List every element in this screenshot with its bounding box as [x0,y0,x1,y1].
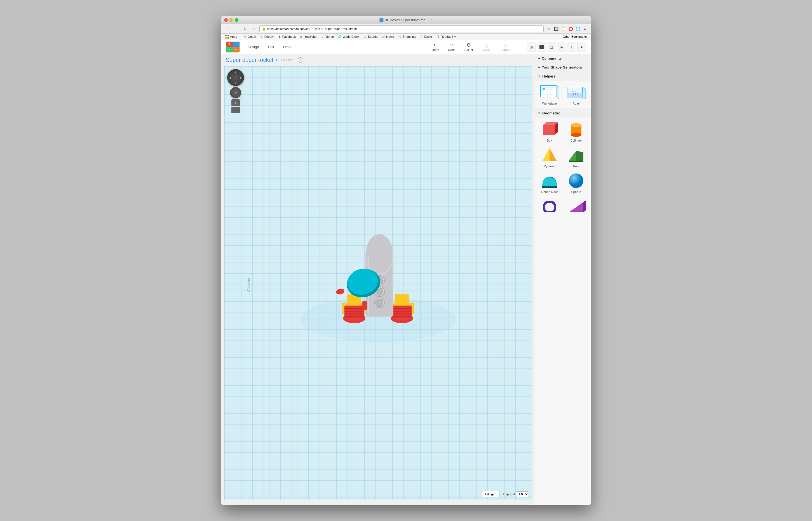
reload-button[interactable]: ↻ [242,26,249,32]
logo-t: T [226,42,233,47]
geometric-section-header[interactable]: ▼ Geometric [535,109,591,117]
geometric-content: Box [535,117,591,197]
sphere-item[interactable]: Sphere [564,171,589,195]
adjust-icon: ⚙ [467,43,471,48]
box-item[interactable]: Box [537,120,562,143]
shape-generators-header[interactable]: ▶ Your Shape Generators [535,63,591,72]
tab-close-button[interactable]: × [431,19,433,22]
round-roof-item[interactable]: Round Roof [537,171,562,195]
ruler-item[interactable]: mm [564,83,589,106]
news-label: News [386,35,394,38]
svg-marker-22 [543,125,555,135]
address-bar[interactable]: 🔒 https://tinkercad.com/things/cptPUuy9Y… [260,25,544,32]
bookmark-apps[interactable]: Apps [224,34,239,39]
svg-rect-34 [542,186,557,188]
workplane-item[interactable]: W [537,83,562,106]
pyramid-item[interactable]: Pyramid [537,145,562,169]
bookmark-vimeo[interactable]: V Vimeo [319,34,336,39]
bookmark-gmail[interactable]: M Gmail [241,34,257,39]
maximize-button[interactable] [235,18,239,22]
helpers-arrow-icon: ▼ [538,75,541,78]
group-label: Group [482,48,491,51]
extension-button-2[interactable]: 📋 [560,26,567,32]
vimeo-icon: V [320,35,324,39]
community-section-header[interactable]: ▶ Community [535,54,591,63]
right-panel: ▶ Community ▶ Your Shape Generators ▼ He [535,54,591,505]
bookmark-separator-1 [240,35,240,39]
edit-grid-button[interactable]: Edit grid [482,491,499,497]
back-button[interactable]: ‹ [224,26,231,32]
workplane-label: Workplane [542,102,557,105]
bookmark-facebook[interactable]: f Facebook [276,34,297,39]
svg-marker-37 [583,201,586,212]
snap-grid-label: Snap grid [502,493,515,496]
undo-label: Undo [432,48,439,51]
explo-label: Explo [424,35,432,38]
redo-icon: ↪ [450,43,454,48]
redo-button[interactable]: ↪ Redo [446,41,457,52]
edit-menu[interactable]: Edit [265,44,277,50]
group-button[interactable]: △ Group [480,41,493,52]
svg-point-26 [571,133,582,137]
rocket-scene [224,66,532,500]
menu-button[interactable]: ≡ [582,26,588,32]
helpers-section-header[interactable]: ▼ Helpers [535,72,591,81]
bookmark-youtube[interactable]: ▶ YouTube [298,34,318,39]
bookmark-news[interactable]: 📰 News [380,34,396,39]
fin-tip [336,288,345,295]
grid-view-button[interactable]: ⊞ [527,43,536,51]
svg-marker-36 [569,202,583,212]
boards-icon: ⊞ [363,35,367,39]
close-button[interactable] [224,18,228,22]
minimize-button[interactable] [229,18,233,22]
design-menu[interactable]: Design [244,44,262,50]
partial-shape-1[interactable] [537,200,562,213]
help-button[interactable]: ? [298,58,303,63]
pyramid-label: Pyramid [544,164,555,168]
help-menu[interactable]: Help [280,44,294,50]
number-view-button[interactable]: 1 [567,43,576,51]
cylinder-svg [567,121,586,138]
canvas-3d[interactable]: Workplane ▲ ◀ ⌂ ▶ ▼ [224,66,532,500]
forward-button[interactable]: › [232,26,240,32]
roof-item[interactable]: Roof [564,145,589,169]
extension-button-1[interactable]: 🔲 [552,26,559,32]
cylinder-item[interactable]: Cylinder [564,120,589,143]
snap-grid-select[interactable]: 1.0 [516,491,529,497]
bookmark-feedly[interactable]: f Feedly [258,34,275,39]
text-view-button[interactable]: A [557,43,566,51]
star-button[interactable]: ☆ [545,26,552,32]
other-bookmarks[interactable]: Other Bookmarks [561,35,588,39]
more-shapes-hint [535,197,591,215]
undo-button[interactable]: ↩ Undo [429,41,441,52]
community-section-label: Community [542,56,562,61]
cube-view-button[interactable]: ⬛ [537,43,546,51]
wedge-svg [567,201,586,212]
partial-preview-2 [566,201,586,212]
bookmark-readability[interactable]: R Readability [434,34,457,39]
bookmark-boards[interactable]: ⊞ Boards [361,34,379,39]
bookmark-worldclock[interactable]: 🌐 World Clock [336,34,361,39]
extension-button-3[interactable]: ⭕ [567,26,574,32]
home-button[interactable]: ⌂ [250,26,258,32]
canvas-bottom: Edit grid Snap grid 1.0 [482,491,529,497]
canvas-header: Super duper rocket ↻ Saving... ? [221,54,535,66]
refresh-icon[interactable]: ↻ [276,58,279,62]
bookmarks-bar: Apps M Gmail f Feedly f Facebook ▶ YouTu… [221,33,591,40]
adjust-button[interactable]: ⚙ Adjust [462,41,475,52]
gmail-label: Gmail [248,35,256,38]
explo-icon: E [420,35,423,39]
partial-shape-2[interactable] [564,200,589,213]
sphere-preview [566,172,586,189]
tab-title: 3D design Super duper roc... [385,18,428,22]
design-title: Super duper rocket [226,57,273,63]
wireframe-view-button[interactable]: ◻ [547,43,556,51]
facebook-label: Facebook [282,35,296,38]
bookmark-shopping[interactable]: 🛒 Shopping [396,34,418,39]
star-view-button[interactable]: ★ [577,43,586,51]
tinkercad-logo[interactable]: T I N K [226,41,240,52]
ungroup-button[interactable]: △ Ungroup [497,41,514,52]
geometric-shape-grid: Box [537,120,588,195]
bookmark-explo[interactable]: E Explo [418,34,434,39]
extension-button-4[interactable]: 🌐 [574,26,581,32]
